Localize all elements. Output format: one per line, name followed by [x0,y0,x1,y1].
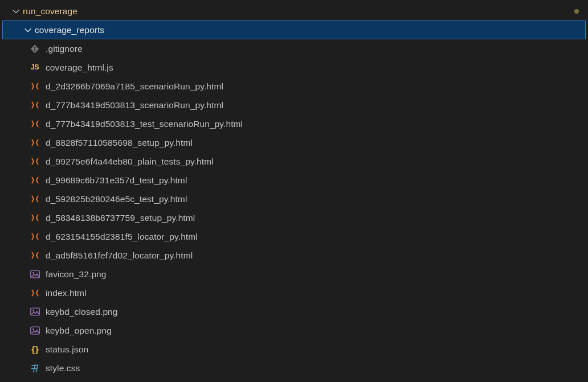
file-label: keybd_open.png [46,321,112,340]
svg-rect-2 [34,47,35,50]
html-file-icon [30,100,40,110]
file-row[interactable]: d_99689c6b731e357d_test_py.html [0,171,588,190]
json-file-icon: { } [30,344,40,355]
file-row[interactable]: d_777b43419d503813_scenarioRun_py.html [0,96,588,114]
image-file-icon [30,326,40,336]
html-file-icon [30,194,40,204]
html-file-icon [30,250,40,261]
file-row[interactable]: d_777b43419d503813_test_scenarioRun_py.h… [0,114,588,133]
file-row[interactable]: { } status.json [0,340,588,359]
folder-row-root[interactable]: run_coverage [0,2,588,20]
svg-point-8 [32,328,34,330]
file-label: status.json [46,340,88,359]
folder-label: coverage_reports [35,20,104,39]
html-file-icon [30,157,40,167]
file-row[interactable]: d_8828f57110585698_setup_py.html [0,133,588,152]
file-row[interactable]: d_623154155d2381f5_locator_py.html [0,227,588,246]
gitignore-file-icon [30,44,40,54]
file-list: .gitignore JS coverage_html.js d_2d3266b… [0,39,588,377]
file-row[interactable]: keybd_closed.png [0,302,588,321]
file-row[interactable]: d_ad5f85161fef7d02_locator_py.html [0,246,588,265]
file-label: d_8828f57110585698_setup_py.html [46,133,193,152]
file-label: index.html [46,284,87,302]
file-label: coverage_html.js [46,58,113,77]
file-label: favicon_32.png [46,265,107,284]
file-label: d_2d3266b7069a7185_scenarioRun_py.html [46,77,223,96]
file-label: d_777b43419d503813_test_scenarioRun_py.h… [46,114,243,133]
svg-point-6 [32,310,34,311]
file-label: .gitignore [46,39,83,58]
file-label: d_777b43419d503813_scenarioRun_py.html [46,96,223,114]
file-row[interactable]: JS coverage_html.js [0,58,588,77]
file-label: d_99275e6f4a44eb80_plain_tests_py.html [46,152,214,171]
svg-point-4 [32,272,34,274]
html-file-icon [30,81,40,92]
file-label: keybd_closed.png [46,302,118,321]
image-file-icon [30,307,40,317]
file-label: d_623154155d2381f5_locator_py.html [46,227,198,246]
css-file-icon [30,363,40,373]
dirty-indicator-icon [574,9,579,14]
file-explorer-tree: run_coverage coverage_reports .gitignore… [0,0,588,377]
file-row[interactable]: favicon_32.png [0,265,588,284]
image-file-icon [30,269,40,280]
folder-row-selected[interactable]: coverage_reports [2,20,586,39]
folder-label: run_coverage [23,2,77,20]
chevron-down-icon [11,7,21,16]
file-label: style.css [46,359,80,377]
file-label: d_592825b280246e5c_test_py.html [46,190,187,208]
file-row[interactable]: index.html [0,284,588,302]
file-row[interactable]: d_58348138b8737759_setup_py.html [0,208,588,227]
file-row[interactable]: style.css [0,359,588,377]
html-file-icon [30,232,40,242]
html-file-icon [30,213,40,223]
file-row[interactable]: d_2d3266b7069a7185_scenarioRun_py.html [0,77,588,96]
file-row[interactable]: d_592825b280246e5c_test_py.html [0,190,588,208]
file-row[interactable]: .gitignore [0,39,588,58]
html-file-icon [30,175,40,186]
file-row[interactable]: keybd_open.png [0,321,588,340]
html-file-icon [30,119,40,129]
js-file-icon: JS [30,63,40,73]
html-file-icon [30,288,40,298]
file-label: d_ad5f85161fef7d02_locator_py.html [46,246,193,265]
chevron-down-icon [23,26,32,35]
file-label: d_58348138b8737759_setup_py.html [46,208,195,227]
file-row[interactable]: d_99275e6f4a44eb80_plain_tests_py.html [0,152,588,171]
html-file-icon [30,138,40,148]
file-label: d_99689c6b731e357d_test_py.html [46,171,187,190]
